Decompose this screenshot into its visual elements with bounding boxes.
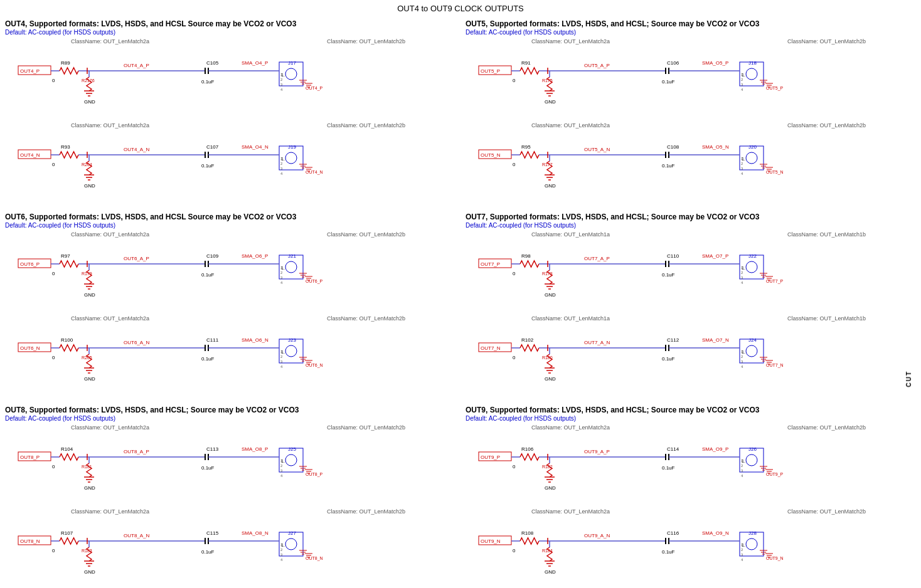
circuit-out8-0: ClassName: OUT_LenMatch2aClassName: OUT_…	[5, 424, 455, 506]
svg-text:GND: GND	[84, 99, 95, 105]
svg-text:4: 4	[741, 281, 743, 285]
svg-text:J17: J17	[288, 60, 296, 66]
svg-text:OUT8_A_N: OUT8_A_N	[124, 533, 150, 538]
out4-subtitle: Default: AC-coupled (for HSDS outputs)	[5, 29, 455, 36]
svg-text:R106: R106	[521, 446, 534, 452]
circuit-out5-1: ClassName: OUT_LenMatch2aClassName: OUT_…	[466, 122, 916, 204]
svg-text:0: 0	[52, 162, 55, 167]
svg-text:J21: J21	[288, 253, 296, 259]
svg-text:J22: J22	[748, 253, 757, 259]
svg-text:0.1uF: 0.1uF	[662, 79, 675, 85]
schematic-svg-out5-1: OUT5_N0R95R177GNDOUT5_A_NC1080.1uFSMA_O5…	[466, 131, 916, 203]
section-out4: OUT4, Supported formats: LVDS, HSDS, and…	[0, 16, 460, 209]
svg-text:C107: C107	[206, 144, 219, 150]
svg-text:C112: C112	[667, 337, 679, 343]
svg-text:SMA_O6_N: SMA_O6_N	[242, 337, 269, 343]
svg-text:GND: GND	[545, 292, 556, 298]
svg-text:R97: R97	[61, 253, 70, 259]
svg-text:0: 0	[513, 548, 516, 554]
svg-text:R98: R98	[521, 253, 531, 259]
svg-text:OUT5_P: OUT5_P	[481, 68, 500, 74]
svg-point-336	[285, 538, 297, 550]
class-label-left: ClassName: OUT_LenMatch2a	[531, 122, 610, 129]
svg-text:R104: R104	[61, 446, 73, 452]
schematic-svg-out9-1: OUT9_N0R108R184GNDOUT9_A_NC1160.1uFSMA_O…	[466, 517, 916, 588]
svg-text:0: 0	[52, 78, 55, 83]
out8-title: OUT8, Supported formats: LVDS, HSDS, and…	[5, 406, 455, 414]
svg-text:GND: GND	[545, 183, 556, 189]
class-label-right: ClassName: OUT_LenMatch2b	[327, 38, 405, 45]
svg-text:J20: J20	[748, 144, 757, 150]
svg-text:0: 0	[52, 464, 55, 470]
svg-text:2: 2	[741, 548, 743, 552]
svg-text:J24: J24	[748, 337, 757, 343]
class-label-left: ClassName: OUT_LenMatch2a	[71, 508, 149, 515]
section-out8: OUT8, Supported formats: LVDS, HSDS, and…	[0, 402, 460, 588]
out4-title: OUT4, Supported formats: LVDS, HSDS, and…	[5, 19, 455, 28]
section-out7: OUT7, Supported formats: LVDS, HSDS, and…	[460, 209, 921, 402]
svg-text:2: 2	[280, 78, 283, 81]
schematic-svg-out5-0: OUT5_P0R91R175GNDOUT5_A_PC1060.1uFSMA_O5…	[466, 47, 916, 119]
svg-text:0.1uF: 0.1uF	[201, 272, 215, 278]
svg-point-126	[746, 152, 757, 164]
class-label-right: ClassName: OUT_LenMatch2b	[327, 315, 405, 322]
main-grid: OUT4, Supported formats: LVDS, HSDS, and…	[0, 16, 921, 588]
svg-text:J19: J19	[288, 144, 296, 150]
svg-text:OUT8_P: OUT8_P	[306, 472, 323, 477]
svg-text:R108: R108	[521, 530, 534, 536]
circuit-out9-1: ClassName: OUT_LenMatch2aClassName: OUT_…	[466, 508, 916, 588]
circuit-out4-1: ClassName: OUT_LenMatch2aClassName: OUT_…	[5, 122, 455, 204]
class-label-left: ClassName: OUT_LenMatch2a	[531, 38, 610, 45]
class-label-right: ClassName: OUT_LenMatch2b	[787, 424, 866, 431]
svg-text:OUT8_A_P: OUT8_A_P	[124, 449, 149, 454]
svg-text:2: 2	[741, 464, 743, 468]
class-label-right: ClassName: OUT_LenMatch1b	[787, 231, 866, 238]
schematic-svg-out7-1: OUT7_N0R102R180GNDOUT7_A_NC1120.1uFSMA_O…	[466, 324, 916, 396]
schematic-svg-out9-0: OUT9_P0R106R182GNDOUT9_A_PC1140.1uFSMA_O…	[466, 433, 916, 505]
svg-text:4: 4	[741, 88, 743, 92]
svg-point-301	[285, 454, 297, 466]
svg-text:2: 2	[741, 271, 743, 275]
svg-text:OUT6_P: OUT6_P	[306, 279, 323, 284]
schematic-svg-out7-0: OUT7_P0R98R178GNDOUT7_A_PC1100.1uFSMA_O7…	[466, 240, 916, 312]
svg-text:0: 0	[52, 271, 55, 276]
svg-text:4: 4	[280, 365, 283, 369]
svg-text:2: 2	[280, 548, 283, 552]
svg-text:0.1uF: 0.1uF	[201, 549, 215, 555]
svg-text:OUT5_N: OUT5_N	[481, 152, 501, 158]
class-label-right: ClassName: OUT_LenMatch2b	[327, 122, 405, 129]
svg-text:OUT4_P: OUT4_P	[20, 68, 40, 74]
circuit-out9-0: ClassName: OUT_LenMatch2aClassName: OUT_…	[466, 424, 916, 506]
svg-text:2: 2	[741, 355, 743, 359]
svg-text:4: 4	[741, 365, 743, 369]
svg-text:C105: C105	[206, 60, 219, 66]
svg-text:0: 0	[513, 271, 516, 276]
svg-text:C109: C109	[206, 253, 219, 259]
class-label-right: ClassName: OUT_LenMatch2b	[327, 231, 405, 238]
svg-point-91	[746, 68, 757, 80]
svg-text:0: 0	[513, 162, 516, 167]
svg-text:OUT5_A_P: OUT5_A_P	[584, 63, 610, 68]
svg-text:R107: R107	[61, 530, 73, 536]
svg-text:4: 4	[280, 281, 283, 285]
svg-text:2: 2	[280, 464, 283, 468]
svg-text:OUT4_P: OUT4_P	[306, 86, 323, 91]
svg-text:OUT5_N: OUT5_N	[766, 170, 784, 175]
svg-text:C108: C108	[667, 144, 679, 150]
svg-text:SMA_O6_P: SMA_O6_P	[242, 253, 268, 259]
svg-text:GND: GND	[84, 292, 95, 298]
circuit-out5-0: ClassName: OUT_LenMatch2aClassName: OUT_…	[466, 38, 916, 120]
svg-text:OUT5_P: OUT5_P	[766, 86, 784, 91]
svg-point-196	[285, 345, 297, 357]
class-label-left: ClassName: OUT_LenMatch2a	[71, 424, 149, 431]
svg-text:0.1uF: 0.1uF	[201, 356, 215, 362]
svg-text:OUT8_N: OUT8_N	[20, 538, 40, 544]
svg-text:OUT7_A_P: OUT7_A_P	[584, 256, 610, 261]
svg-text:OUT4_A_N: OUT4_A_N	[124, 147, 150, 152]
svg-text:0: 0	[52, 548, 55, 554]
svg-text:4: 4	[280, 172, 283, 176]
circuit-out6-1: ClassName: OUT_LenMatch2aClassName: OUT_…	[5, 315, 455, 397]
svg-text:J25: J25	[288, 446, 296, 452]
svg-point-161	[285, 261, 297, 273]
class-label-left: ClassName: OUT_LenMatch2a	[71, 315, 149, 322]
